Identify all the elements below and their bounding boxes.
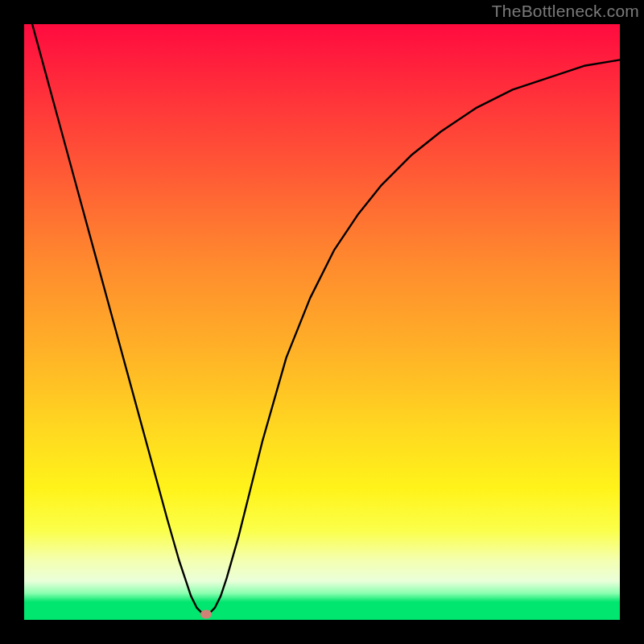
watermark-text: TheBottleneck.com [492, 2, 639, 21]
optimum-marker [200, 609, 212, 618]
curve-svg [24, 24, 620, 620]
bottleneck-curve [24, 24, 620, 614]
chart-frame: TheBottleneck.com [0, 0, 644, 644]
plot-area [24, 24, 620, 620]
